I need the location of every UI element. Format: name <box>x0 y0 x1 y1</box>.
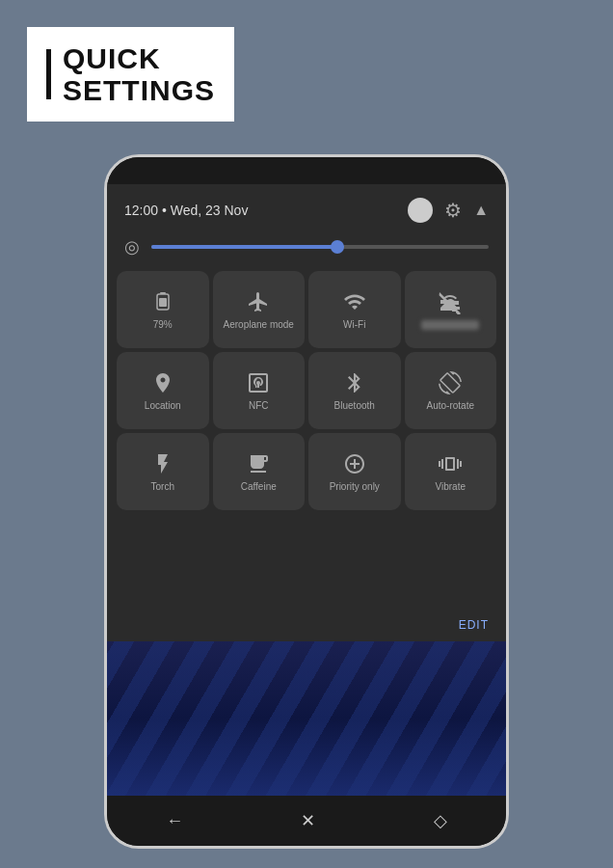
edit-row: EDIT <box>107 614 506 641</box>
brightness-fill <box>151 245 337 249</box>
wallpaper-area <box>107 641 506 796</box>
quick-settings-panel: 12:00 • Wed, 23 Nov ⚙ ▲ ◎ <box>107 184 506 796</box>
svg-rect-1 <box>160 292 166 294</box>
wifi-label: Wi-Fi <box>343 319 365 331</box>
torch-icon <box>151 452 174 475</box>
location-icon <box>151 371 174 394</box>
home-button[interactable]: ✕ <box>281 802 334 839</box>
battery-label: 79% <box>153 319 173 331</box>
recents-button[interactable]: ◇ <box>414 802 466 839</box>
autorotate-icon <box>439 371 462 394</box>
vibrate-label: Vibrate <box>435 481 466 493</box>
caffeine-label: Caffeine <box>241 481 277 493</box>
wallpaper-stripes <box>107 641 506 796</box>
brightness-thumb[interactable] <box>331 240 344 254</box>
aeroplane-label: Aeroplane mode <box>224 319 294 331</box>
tile-battery[interactable]: 79% <box>117 271 209 348</box>
torch-label: Torch <box>151 481 174 493</box>
bluetooth-label: Bluetooth <box>334 400 375 412</box>
tile-wifi[interactable]: Wi-Fi <box>308 271 401 348</box>
edit-button[interactable]: EDIT <box>459 618 489 632</box>
tile-autorotate[interactable]: Auto-rotate <box>405 352 497 429</box>
header-banner: QUICK SETTINGS <box>27 27 234 122</box>
back-button[interactable]: ← <box>147 803 202 839</box>
tile-caffeine[interactable]: Caffeine <box>213 433 306 510</box>
tile-location[interactable]: Location <box>117 352 209 429</box>
brightness-slider[interactable] <box>151 245 489 249</box>
priorityonly-icon <box>343 452 366 475</box>
accent-bar <box>46 49 51 99</box>
tile-aeroplane[interactable]: Aeroplane mode <box>213 271 306 348</box>
priorityonly-label: Priority only <box>330 481 380 493</box>
time-row: 12:00 • Wed, 23 Nov ⚙ ▲ <box>107 184 506 232</box>
autorotate-label: Auto-rotate <box>427 400 474 412</box>
location-label: Location <box>145 400 181 412</box>
time-icons: ⚙ ▲ <box>408 198 489 223</box>
tile-nfc[interactable]: NFC <box>213 352 306 429</box>
svg-rect-2 <box>159 298 167 307</box>
wifi-icon <box>343 290 366 313</box>
tiles-section: 79% Aeroplane mode Wi-Fi <box>107 271 506 614</box>
bluetooth-icon <box>343 371 366 394</box>
tiles-row-3: Torch Caffeine Priority only <box>117 433 496 510</box>
tile-vibrate[interactable]: Vibrate <box>405 433 497 510</box>
network-icon <box>439 291 462 314</box>
aeroplane-icon <box>247 290 270 313</box>
tile-torch[interactable]: Torch <box>117 433 209 510</box>
tile-bluetooth[interactable]: Bluetooth <box>308 352 401 429</box>
nfc-label: NFC <box>249 400 269 412</box>
tile-priorityonly[interactable]: Priority only <box>308 433 401 510</box>
battery-icon <box>151 290 174 313</box>
vibrate-icon <box>439 452 462 475</box>
collapse-icon[interactable]: ▲ <box>473 202 489 219</box>
bottom-navigation: ← ✕ ◇ <box>107 796 506 846</box>
network-blurred-label <box>421 320 479 330</box>
tiles-row-2: Location NFC Bluetooth <box>117 352 496 429</box>
settings-icon[interactable]: ⚙ <box>444 199 462 222</box>
tiles-row-1: 79% Aeroplane mode Wi-Fi <box>117 271 496 348</box>
time-date: 12:00 • Wed, 23 Nov <box>124 203 248 218</box>
brightness-row: ◎ <box>107 232 506 271</box>
brightness-icon: ◎ <box>124 236 140 258</box>
nfc-icon <box>247 371 270 394</box>
tile-network[interactable] <box>405 271 497 348</box>
status-bar <box>107 157 506 184</box>
user-avatar[interactable] <box>408 198 433 223</box>
header-title: QUICK SETTINGS <box>63 42 215 106</box>
phone-frame: 12:00 • Wed, 23 Nov ⚙ ▲ ◎ <box>104 154 509 849</box>
caffeine-icon <box>247 452 270 475</box>
